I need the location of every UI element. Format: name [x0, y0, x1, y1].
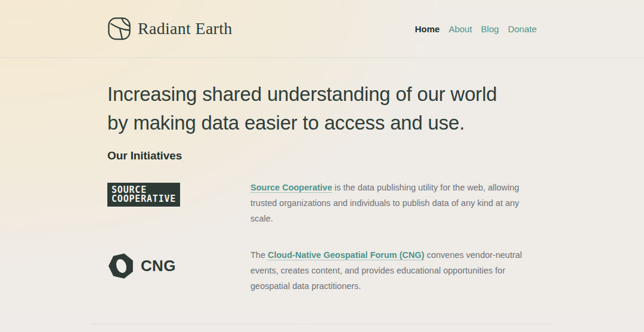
section-divider: [92, 324, 552, 324]
source-cooperative-logo[interactable]: SOURCE COOPERATIVE: [107, 183, 180, 207]
main-nav: Home About Blog Donate: [415, 24, 537, 34]
cng-forum-link[interactable]: Cloud-Native Geospatial Forum (CNG): [268, 250, 425, 260]
description-text: convenes vendor-neutral: [425, 250, 522, 260]
section-title-initiatives: Our Initiatives: [107, 149, 537, 162]
initiative-row-source-cooperative: SOURCE COOPERATIVE Source Cooperative is…: [107, 183, 537, 226]
nav-link-blog[interactable]: Blog: [481, 24, 499, 34]
description-line: scale.: [250, 211, 537, 226]
brand-wordmark: Radiant Earth: [138, 19, 233, 38]
page-title-line-1: Increasing shared understanding of our w…: [107, 80, 537, 109]
source-cooperative-link[interactable]: Source Cooperative: [250, 183, 332, 192]
description-line: The Cloud-Native Geospatial Forum (CNG) …: [250, 247, 537, 263]
description-line: events, creates content, and provides ed…: [250, 263, 537, 278]
nav-link-about[interactable]: About: [448, 24, 472, 34]
main-content: Increasing shared understanding of our w…: [107, 80, 537, 294]
description-line: geospatial data practitioners.: [250, 278, 537, 294]
source-cooperative-logo-line-2: COOPERATIVE: [112, 195, 176, 204]
initiative-logo-cell: CNG: [107, 250, 250, 280]
cng-logo[interactable]: CNG: [107, 252, 250, 280]
initiative-logo-cell: SOURCE COOPERATIVE: [107, 183, 250, 207]
page-title-line-2: by making data easier to access and use.: [107, 109, 537, 137]
description-line: trusted organizations and individuals to…: [250, 195, 537, 211]
page-title: Increasing shared understanding of our w…: [107, 80, 537, 137]
brand-home-link[interactable]: Radiant Earth: [107, 17, 233, 41]
cng-logo-label: CNG: [141, 257, 176, 275]
initiative-description: Source Cooperative is the data publishin…: [250, 180, 537, 226]
nav-link-home[interactable]: Home: [415, 24, 440, 34]
description-line: Source Cooperative is the data publishin…: [250, 180, 537, 195]
site-header: Radiant Earth Home About Blog Donate: [0, 0, 644, 58]
initiative-row-cng: CNG The Cloud-Native Geospatial Forum (C…: [107, 250, 537, 294]
cng-heptagon-icon: [107, 252, 135, 280]
initiative-description: The Cloud-Native Geospatial Forum (CNG) …: [250, 247, 537, 294]
description-text: is the data publishing utility for the w…: [332, 183, 519, 192]
description-text: The: [250, 250, 268, 260]
globe-icon: [107, 17, 131, 41]
nav-link-donate[interactable]: Donate: [508, 24, 537, 34]
